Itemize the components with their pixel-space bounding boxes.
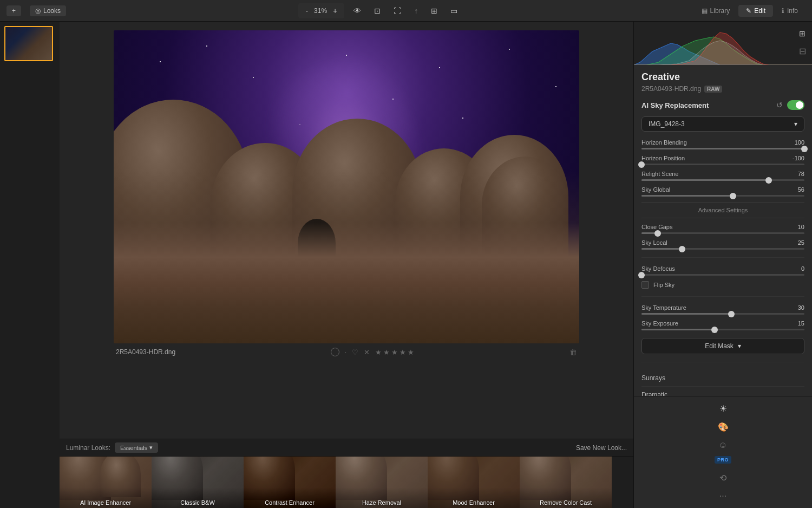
smiley-icon-btn[interactable]: ☺ <box>716 438 731 453</box>
chevron-down-icon: ▾ <box>149 444 153 451</box>
essentials-dropdown[interactable]: Essentials ▾ <box>115 442 158 453</box>
slider-value-close-gaps: 10 <box>788 224 804 230</box>
palette-icon-btn[interactable]: 🎨 <box>716 419 731 434</box>
preview-button[interactable]: 👁 <box>350 4 365 17</box>
slider-track-sky-defocus[interactable] <box>641 274 804 276</box>
slider-sky-exposure: Sky Exposure 15 <box>641 320 804 330</box>
slider-thumb-horizon-blending[interactable] <box>801 146 808 152</box>
star-3[interactable]: ★ <box>391 348 398 356</box>
effect-dramatic[interactable]: Dramatic <box>641 387 804 396</box>
slider-thumb-sky-local[interactable] <box>679 246 685 252</box>
slider-thumb-sky-temperature[interactable] <box>728 311 735 317</box>
slider-sky-temperature: Sky Temperature 30 <box>641 304 804 315</box>
edit-mask-button[interactable]: Edit Mask ▾ <box>641 338 804 354</box>
slider-thumb-sky-exposure[interactable] <box>711 327 718 333</box>
share-button[interactable]: ↑ <box>410 4 422 17</box>
flip-sky-checkbox[interactable] <box>641 281 649 289</box>
slider-thumb-relight-scene[interactable] <box>765 177 772 184</box>
slider-track-horizon-position[interactable] <box>641 164 804 165</box>
fullscreen-button[interactable]: ▭ <box>447 4 461 17</box>
slider-track-close-gaps[interactable] <box>641 232 804 234</box>
look-label-remove-cast: Remove Color Cast <box>520 499 612 506</box>
look-item-contrast[interactable]: Contrast Enhancer <box>244 457 336 508</box>
crop-button[interactable]: ⛶ <box>390 4 405 17</box>
look-item-classic-bw[interactable]: Classic B&W <box>152 457 244 508</box>
chevron-down-icon: ▾ <box>794 120 797 128</box>
enable-toggle[interactable] <box>787 100 804 110</box>
edit-icon: ✎ <box>746 7 751 15</box>
adjustments-icon-btn[interactable]: ⊟ <box>795 43 810 58</box>
slider-track-sky-global[interactable] <box>641 195 804 197</box>
star-4[interactable]: ★ <box>400 348 406 356</box>
slider-track-sky-local[interactable] <box>641 248 804 250</box>
look-item-haze[interactable]: Haze Removal <box>336 457 428 508</box>
photo-container[interactable] <box>114 30 579 343</box>
tool-title: AI Sky Replacement <box>641 101 709 109</box>
slider-thumb-close-gaps[interactable] <box>654 230 661 237</box>
compare-button[interactable]: ⊡ <box>370 4 384 17</box>
reject-button[interactable]: ✕ <box>364 348 370 356</box>
circle-action-btn[interactable] <box>331 348 339 356</box>
slider-value-sky-exposure: 15 <box>788 320 804 327</box>
tool-header: AI Sky Replacement ↺ <box>641 100 804 110</box>
star-1[interactable]: ★ <box>375 348 382 356</box>
history-icon-btn[interactable]: ⟲ <box>716 470 731 485</box>
file-info-bar: 2R5A0493-HDR.dng · ♡ ✕ ★ ★ ★ ★ ★ 🗑 <box>114 343 579 361</box>
sun-icon-btn[interactable]: ☀ <box>716 401 731 416</box>
flip-sky-label[interactable]: Flip Sky <box>653 282 675 288</box>
reset-button[interactable]: ↺ <box>776 101 783 109</box>
slider-track-horizon-blending[interactable] <box>641 148 804 149</box>
slider-label-sky-defocus: Sky Defocus <box>641 265 675 272</box>
tab-info[interactable]: ℹ Info <box>774 5 806 17</box>
add-button[interactable]: + <box>6 5 21 16</box>
chevron-down-icon: ▾ <box>738 342 741 350</box>
look-label-classic-bw: Classic B&W <box>152 499 244 506</box>
sky-selector[interactable]: IMG_9428-3 ▾ <box>641 116 804 132</box>
panel-scroll[interactable]: Creative 2R5A0493-HDR.dng RAW AI Sky Rep… <box>634 65 812 396</box>
effect-sunrays[interactable]: Sunrays <box>641 370 804 387</box>
slider-close-gaps: Close Gaps 10 <box>641 224 804 234</box>
section-divider-2 <box>641 296 804 297</box>
panel-section-title: Creative <box>641 71 804 83</box>
dome-1 <box>114 100 249 268</box>
advanced-settings-label[interactable]: Advanced Settings <box>641 202 804 218</box>
slider-value-sky-defocus: 0 <box>788 265 804 272</box>
look-item-remove-cast[interactable]: Remove Color Cast <box>520 457 612 508</box>
filmstrip-thumb[interactable] <box>4 26 53 61</box>
top-bar-left: + ◎ Looks <box>6 5 66 16</box>
heart-button[interactable]: ♡ <box>352 348 358 356</box>
look-item-mood[interactable]: Mood Enhancer <box>428 457 520 508</box>
star-5[interactable]: ★ <box>408 348 414 356</box>
arch-opening <box>298 219 336 268</box>
pro-badge: PRO <box>715 456 731 464</box>
more-icon-btn[interactable]: ··· <box>716 489 731 504</box>
look-item-ai-image[interactable]: AI Image Enhancer <box>60 457 152 508</box>
slider-thumb-sky-global[interactable] <box>730 193 736 199</box>
slider-thumb-horizon-position[interactable] <box>638 161 645 168</box>
file-actions: · ♡ ✕ ★ ★ ★ ★ ★ <box>331 348 414 356</box>
delete-btn[interactable]: 🗑 <box>569 348 577 356</box>
save-new-look-button[interactable]: Save New Look... <box>576 444 627 452</box>
center-section: 2R5A0493-HDR.dng · ♡ ✕ ★ ★ ★ ★ ★ 🗑 <box>60 22 633 508</box>
slider-horizon-blending: Horizon Blending 100 <box>641 139 804 149</box>
zoom-out-button[interactable]: - <box>302 4 312 17</box>
slider-track-sky-exposure[interactable] <box>641 329 804 330</box>
slider-track-sky-temperature[interactable] <box>641 313 804 315</box>
looks-icon: ◎ <box>35 7 41 15</box>
looks-button[interactable]: ◎ Looks <box>30 5 66 16</box>
dome-3 <box>292 119 422 265</box>
slider-label-relight-scene: Relight Scene <box>641 171 679 177</box>
slider-label-sky-global: Sky Global <box>641 186 670 193</box>
section-divider-1 <box>641 257 804 258</box>
star-2[interactable]: ★ <box>383 348 390 356</box>
slider-track-relight-scene[interactable] <box>641 179 804 181</box>
slider-value-sky-local: 25 <box>788 239 804 246</box>
dome-5 <box>460 135 568 259</box>
slider-thumb-sky-defocus[interactable] <box>638 272 645 278</box>
slider-fill-sky-global <box>641 195 733 197</box>
grid-button[interactable]: ⊞ <box>427 4 441 17</box>
tab-edit[interactable]: ✎ Edit <box>738 5 773 17</box>
zoom-in-button[interactable]: + <box>329 4 341 17</box>
layers-icon-btn[interactable]: ⊞ <box>795 26 810 41</box>
tab-library[interactable]: ▦ Library <box>694 5 738 17</box>
